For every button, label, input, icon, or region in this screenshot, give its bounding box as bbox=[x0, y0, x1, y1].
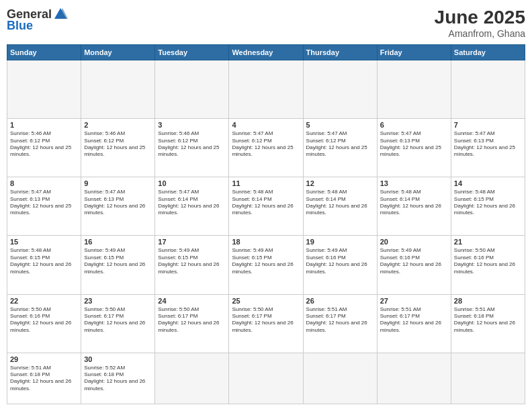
logo-blue: Blue bbox=[7, 19, 33, 33]
day-number: 2 bbox=[84, 121, 152, 129]
page: General Blue June 2025 Amanfrom, Ghana S… bbox=[0, 0, 532, 411]
day-info: Sunrise: 5:46 AMSunset: 6:12 PMDaylight:… bbox=[158, 130, 226, 158]
table-row: 12Sunrise: 5:48 AMSunset: 6:14 PMDayligh… bbox=[303, 177, 377, 236]
table-row: 21Sunrise: 5:50 AMSunset: 6:16 PMDayligh… bbox=[451, 236, 525, 294]
day-number: 7 bbox=[454, 121, 522, 129]
day-number: 6 bbox=[380, 121, 448, 129]
day-number: 13 bbox=[380, 179, 448, 187]
day-info: Sunrise: 5:49 AMSunset: 6:15 PMDaylight:… bbox=[158, 247, 226, 275]
table-row: 14Sunrise: 5:48 AMSunset: 6:15 PMDayligh… bbox=[451, 177, 525, 236]
table-row bbox=[303, 353, 377, 404]
table-row: 11Sunrise: 5:48 AMSunset: 6:14 PMDayligh… bbox=[229, 177, 303, 236]
table-row: 7Sunrise: 5:47 AMSunset: 6:13 PMDaylight… bbox=[451, 119, 525, 177]
day-info: Sunrise: 5:50 AMSunset: 6:16 PMDaylight:… bbox=[10, 306, 78, 334]
day-number: 1 bbox=[10, 121, 78, 129]
table-row bbox=[229, 353, 303, 404]
day-number: 5 bbox=[306, 121, 374, 129]
table-row: 30Sunrise: 5:52 AMSunset: 6:18 PMDayligh… bbox=[81, 353, 155, 404]
table-row: 22Sunrise: 5:50 AMSunset: 6:16 PMDayligh… bbox=[7, 294, 81, 353]
table-row: 29Sunrise: 5:51 AMSunset: 6:18 PMDayligh… bbox=[7, 353, 81, 404]
day-info: Sunrise: 5:47 AMSunset: 6:14 PMDaylight:… bbox=[158, 189, 226, 217]
calendar-header-row: Sunday Monday Tuesday Wednesday Thursday… bbox=[7, 45, 525, 60]
day-number: 3 bbox=[158, 121, 226, 129]
table-row bbox=[451, 60, 525, 119]
day-number: 25 bbox=[232, 297, 300, 305]
day-number: 8 bbox=[10, 179, 78, 187]
table-row bbox=[451, 353, 525, 404]
day-info: Sunrise: 5:48 AMSunset: 6:14 PMDaylight:… bbox=[232, 189, 300, 217]
day-number: 11 bbox=[232, 179, 300, 187]
day-info: Sunrise: 5:50 AMSunset: 6:17 PMDaylight:… bbox=[84, 306, 152, 334]
table-row: 25Sunrise: 5:50 AMSunset: 6:17 PMDayligh… bbox=[229, 294, 303, 353]
day-info: Sunrise: 5:47 AMSunset: 6:13 PMDaylight:… bbox=[454, 130, 522, 158]
day-number: 21 bbox=[454, 238, 522, 246]
calendar-row: 22Sunrise: 5:50 AMSunset: 6:16 PMDayligh… bbox=[7, 294, 525, 353]
calendar-row bbox=[7, 60, 525, 119]
col-saturday: Saturday bbox=[451, 45, 525, 60]
day-number: 10 bbox=[158, 179, 226, 187]
day-info: Sunrise: 5:47 AMSunset: 6:13 PMDaylight:… bbox=[380, 130, 448, 158]
table-row bbox=[155, 60, 229, 119]
day-number: 15 bbox=[10, 238, 78, 246]
day-info: Sunrise: 5:50 AMSunset: 6:17 PMDaylight:… bbox=[158, 306, 226, 334]
table-row bbox=[7, 60, 81, 119]
day-info: Sunrise: 5:49 AMSunset: 6:15 PMDaylight:… bbox=[84, 247, 152, 275]
table-row: 19Sunrise: 5:49 AMSunset: 6:16 PMDayligh… bbox=[303, 236, 377, 294]
table-row: 2Sunrise: 5:46 AMSunset: 6:12 PMDaylight… bbox=[81, 119, 155, 177]
table-row: 13Sunrise: 5:48 AMSunset: 6:14 PMDayligh… bbox=[377, 177, 451, 236]
table-row bbox=[303, 60, 377, 119]
logo: General Blue bbox=[7, 7, 68, 33]
table-row: 8Sunrise: 5:47 AMSunset: 6:13 PMDaylight… bbox=[7, 177, 81, 236]
day-info: Sunrise: 5:47 AMSunset: 6:12 PMDaylight:… bbox=[232, 130, 300, 158]
table-row: 24Sunrise: 5:50 AMSunset: 6:17 PMDayligh… bbox=[155, 294, 229, 353]
day-number: 9 bbox=[84, 179, 152, 187]
table-row: 17Sunrise: 5:49 AMSunset: 6:15 PMDayligh… bbox=[155, 236, 229, 294]
day-info: Sunrise: 5:51 AMSunset: 6:17 PMDaylight:… bbox=[380, 306, 448, 334]
table-row: 26Sunrise: 5:51 AMSunset: 6:17 PMDayligh… bbox=[303, 294, 377, 353]
col-wednesday: Wednesday bbox=[229, 45, 303, 60]
logo-icon bbox=[53, 7, 68, 21]
day-number: 28 bbox=[454, 297, 522, 305]
day-number: 24 bbox=[158, 297, 226, 305]
day-number: 26 bbox=[306, 297, 374, 305]
day-info: Sunrise: 5:48 AMSunset: 6:14 PMDaylight:… bbox=[380, 189, 448, 217]
col-friday: Friday bbox=[377, 45, 451, 60]
calendar-row: 29Sunrise: 5:51 AMSunset: 6:18 PMDayligh… bbox=[7, 353, 525, 404]
table-row: 28Sunrise: 5:51 AMSunset: 6:18 PMDayligh… bbox=[451, 294, 525, 353]
table-row: 27Sunrise: 5:51 AMSunset: 6:17 PMDayligh… bbox=[377, 294, 451, 353]
table-row: 20Sunrise: 5:49 AMSunset: 6:16 PMDayligh… bbox=[377, 236, 451, 294]
day-number: 20 bbox=[380, 238, 448, 246]
table-row bbox=[229, 60, 303, 119]
calendar: Sunday Monday Tuesday Wednesday Thursday… bbox=[7, 44, 525, 404]
col-thursday: Thursday bbox=[303, 45, 377, 60]
table-row bbox=[377, 353, 451, 404]
day-info: Sunrise: 5:50 AMSunset: 6:17 PMDaylight:… bbox=[232, 306, 300, 334]
title-block: June 2025 Amanfrom, Ghana bbox=[435, 7, 525, 39]
day-info: Sunrise: 5:48 AMSunset: 6:15 PMDaylight:… bbox=[10, 247, 78, 275]
day-number: 23 bbox=[84, 297, 152, 305]
table-row: 16Sunrise: 5:49 AMSunset: 6:15 PMDayligh… bbox=[81, 236, 155, 294]
month-year: June 2025 bbox=[435, 7, 525, 28]
table-row: 1Sunrise: 5:46 AMSunset: 6:12 PMDaylight… bbox=[7, 119, 81, 177]
table-row bbox=[81, 60, 155, 119]
col-sunday: Sunday bbox=[7, 45, 81, 60]
day-info: Sunrise: 5:49 AMSunset: 6:16 PMDaylight:… bbox=[306, 247, 374, 275]
table-row: 18Sunrise: 5:49 AMSunset: 6:15 PMDayligh… bbox=[229, 236, 303, 294]
day-info: Sunrise: 5:49 AMSunset: 6:15 PMDaylight:… bbox=[232, 247, 300, 275]
day-number: 4 bbox=[232, 121, 300, 129]
calendar-row: 1Sunrise: 5:46 AMSunset: 6:12 PMDaylight… bbox=[7, 119, 525, 177]
day-info: Sunrise: 5:52 AMSunset: 6:18 PMDaylight:… bbox=[84, 365, 152, 393]
day-number: 27 bbox=[380, 297, 448, 305]
day-info: Sunrise: 5:48 AMSunset: 6:15 PMDaylight:… bbox=[454, 189, 522, 217]
day-info: Sunrise: 5:46 AMSunset: 6:12 PMDaylight:… bbox=[10, 130, 78, 158]
day-number: 19 bbox=[306, 238, 374, 246]
table-row bbox=[377, 60, 451, 119]
table-row: 3Sunrise: 5:46 AMSunset: 6:12 PMDaylight… bbox=[155, 119, 229, 177]
table-row: 4Sunrise: 5:47 AMSunset: 6:12 PMDaylight… bbox=[229, 119, 303, 177]
day-number: 12 bbox=[306, 179, 374, 187]
col-monday: Monday bbox=[81, 45, 155, 60]
day-info: Sunrise: 5:47 AMSunset: 6:13 PMDaylight:… bbox=[84, 189, 152, 217]
table-row bbox=[155, 353, 229, 404]
day-number: 17 bbox=[158, 238, 226, 246]
table-row: 15Sunrise: 5:48 AMSunset: 6:15 PMDayligh… bbox=[7, 236, 81, 294]
